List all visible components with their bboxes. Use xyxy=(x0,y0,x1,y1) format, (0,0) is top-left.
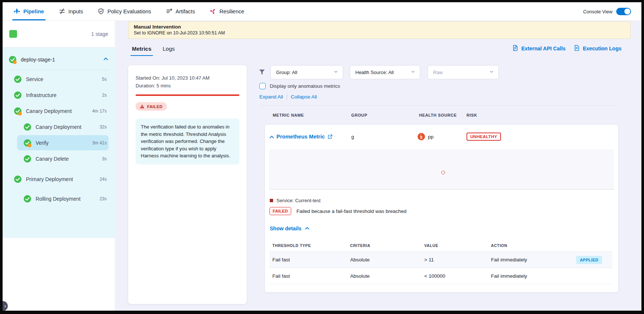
success-icon xyxy=(14,76,21,83)
step-row-verify[interactable]: Verify 3m 41s xyxy=(3,135,115,151)
artifacts-icon xyxy=(166,8,172,14)
external-api-calls-link[interactable]: External API Calls xyxy=(512,45,565,52)
step-duration: 3s xyxy=(102,156,107,161)
applied-badge: APPLIED xyxy=(576,256,602,264)
chevron-down-icon xyxy=(489,69,494,75)
collapse-all-link[interactable]: Collapse All xyxy=(291,94,317,100)
step-duration: 3m 41s xyxy=(92,140,107,146)
pipeline-icon xyxy=(14,8,20,14)
step-duration: 4m 17s xyxy=(92,108,107,114)
divider xyxy=(287,94,287,100)
anomalous-metrics-checkbox[interactable] xyxy=(259,83,266,89)
col-header-health-source: HEALTH SOURCE xyxy=(419,113,457,117)
threshold-table-header: THRESHOLD TYPE CRITERIA VALUE ACTION xyxy=(269,239,613,251)
stage-row-deploy-stage-1[interactable]: deploy-stage-1 xyxy=(3,51,115,68)
execution-sidebar: 1 stage deploy-stage-1 Service 5s Infra xyxy=(3,21,115,311)
console-view-label: Console View xyxy=(583,9,613,14)
anomalous-metrics-label: Display only anomalous metrics xyxy=(270,83,340,89)
anomalous-data-point[interactable] xyxy=(441,171,445,174)
expand-collapse-controls: Expand All Collapse All xyxy=(259,94,317,100)
metric-name-link[interactable]: Prometheus Metric xyxy=(276,134,332,140)
stage-name: deploy-stage-1 xyxy=(21,57,55,63)
success-warning-icon xyxy=(9,56,16,63)
execution-logs-link[interactable]: Execution Logs xyxy=(574,45,621,52)
step-row-canary-deployment[interactable]: Canary Deployment 32s xyxy=(3,119,115,135)
show-details-link[interactable]: Show details xyxy=(270,226,310,231)
col-header-metric-name: METRIC NAME xyxy=(273,113,304,117)
legend-label: Service: Current-test xyxy=(276,198,321,203)
verification-summary-card: Started On: Jul 10, 2023 10:47 AM Durati… xyxy=(128,65,247,304)
step-row-canary-deployment-group[interactable]: Canary Deployment 4m 17s xyxy=(3,103,115,119)
step-duration: 5s xyxy=(102,77,107,82)
tab-artifacts[interactable]: Artifacts xyxy=(166,2,195,20)
warning-triangle-icon xyxy=(140,104,145,109)
collapse-row-chevron-icon[interactable] xyxy=(269,134,275,141)
tab-resilience-label: Resilience xyxy=(219,9,244,14)
threshold-table: THRESHOLD TYPE CRITERIA VALUE ACTION Fai… xyxy=(269,239,613,284)
step-duration: 2s xyxy=(102,93,107,98)
verification-message: The verification failed due to anomalies… xyxy=(136,118,239,164)
console-view-toggle[interactable] xyxy=(616,8,631,15)
step-row-infrastructure[interactable]: Infrastructure 2s xyxy=(3,87,115,103)
main-content: Manual Intervention Set to IGNORE on 10-… xyxy=(116,21,641,311)
step-row-canary-delete[interactable]: Canary Delete 3s xyxy=(3,151,115,167)
risk-badge-unhealthy: UNHEALTHY xyxy=(467,133,501,141)
document-icon xyxy=(574,45,580,52)
raw-filter-dropdown[interactable]: Raw xyxy=(428,65,499,79)
shield-check-icon xyxy=(98,8,104,14)
failed-status-badge: FAILED xyxy=(136,102,167,111)
banner-title: Manual Intervention xyxy=(134,24,625,30)
tab-resilience[interactable]: Resilience xyxy=(210,2,244,20)
inputs-icon xyxy=(59,8,65,14)
expand-all-link[interactable]: Expand All xyxy=(259,94,283,100)
failed-badge: FAILED xyxy=(269,207,291,215)
tab-metrics[interactable]: Metrics xyxy=(132,46,152,52)
metric-row-card: Prometheus Metric g pp UNHEALTHY Service… xyxy=(265,125,618,292)
toggle-knob xyxy=(624,9,630,14)
failed-progress-bar xyxy=(136,94,239,96)
col-header-group: GROUP xyxy=(351,113,367,117)
tab-artifacts-label: Artifacts xyxy=(176,9,195,14)
filter-icon[interactable] xyxy=(259,69,265,76)
chevron-down-icon xyxy=(333,69,338,75)
stage-header: 1 stage xyxy=(3,21,115,47)
verification-status-row: FAILED Failed because a fail-fast thresh… xyxy=(269,207,406,215)
step-row-service[interactable]: Service 5s xyxy=(3,71,115,87)
tab-policy-evaluations[interactable]: Policy Evaluations xyxy=(98,2,151,20)
tab-policy-evaluations-label: Policy Evaluations xyxy=(107,9,151,14)
step-duration: 32s xyxy=(100,124,107,130)
chevron-up-icon[interactable] xyxy=(103,56,109,63)
started-on: Started On: Jul 10, 2023 10:47 AM xyxy=(136,74,239,82)
group-filter-dropdown[interactable]: Group: All xyxy=(270,65,343,79)
app-window: Pipeline Inputs Policy Evaluations Artif… xyxy=(3,2,641,311)
stage-section: deploy-stage-1 Service 5s Infrastructure… xyxy=(3,47,115,238)
api-document-icon xyxy=(512,45,518,52)
tab-inputs[interactable]: Inputs xyxy=(59,2,83,20)
threshold-table-row: Fail fast Absolute < 100000 Fail immedia… xyxy=(269,268,613,284)
tab-pipeline-label: Pipeline xyxy=(23,9,44,14)
top-nav: Pipeline Inputs Policy Evaluations Artif… xyxy=(3,2,641,21)
stage-count: 1 stage xyxy=(91,31,108,37)
step-row-rolling-deployment[interactable]: Rolling Deployment 23s xyxy=(3,191,115,207)
success-warning-icon xyxy=(24,139,31,147)
chevron-down-icon xyxy=(411,69,415,75)
success-icon xyxy=(14,91,21,99)
success-warning-icon xyxy=(14,107,21,115)
duration: Duration: 5 mins xyxy=(136,82,239,90)
health-source-filter-dropdown[interactable]: Health Source: All xyxy=(350,65,420,79)
tab-logs[interactable]: Logs xyxy=(163,46,175,52)
step-row-primary-deployment[interactable]: Primary Deployment 24s xyxy=(3,171,115,187)
divider xyxy=(259,105,618,106)
success-icon xyxy=(24,123,31,131)
metric-chart xyxy=(269,149,614,190)
tab-pipeline[interactable]: Pipeline xyxy=(14,2,44,20)
screenshot-frame: Pipeline Inputs Policy Evaluations Artif… xyxy=(0,0,644,314)
chevron-up-icon xyxy=(305,226,310,231)
banner-subtitle: Set to IGNORE on 10-Jul-2023 10:50:51 AM xyxy=(134,30,625,36)
prometheus-icon xyxy=(418,133,425,140)
threshold-table-row: Fail fast Absolute > 11 Fail immediately… xyxy=(269,251,613,268)
success-icon xyxy=(24,195,31,203)
success-icon xyxy=(24,155,31,163)
failed-message: Failed because a fail-fast threshold was… xyxy=(296,208,406,214)
metric-health-source-value: pp xyxy=(428,134,434,140)
